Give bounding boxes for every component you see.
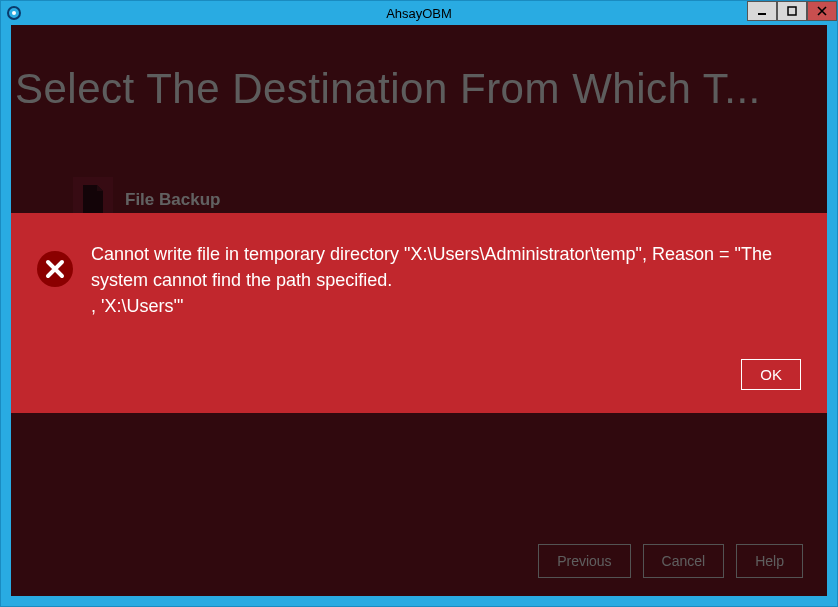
svg-point-1 — [12, 11, 16, 15]
app-icon — [5, 4, 23, 22]
window-title: AhsayOBM — [1, 6, 837, 21]
window-controls — [747, 1, 837, 21]
error-message-line2: , 'X:\Users'" — [91, 293, 801, 319]
close-button[interactable] — [807, 1, 837, 21]
error-icon — [37, 251, 73, 287]
svg-rect-2 — [758, 13, 766, 15]
error-message: Cannot write file in temporary directory… — [91, 241, 801, 319]
content-area: Select The Destination From Which T... F… — [11, 25, 827, 596]
minimize-button[interactable] — [747, 1, 777, 21]
app-window: AhsayOBM Select The Destination From Whi… — [0, 0, 838, 607]
svg-rect-3 — [788, 7, 796, 15]
error-message-line1: Cannot write file in temporary directory… — [91, 244, 772, 290]
ok-button[interactable]: OK — [741, 359, 801, 390]
error-dialog: Cannot write file in temporary directory… — [11, 213, 827, 413]
titlebar: AhsayOBM — [1, 1, 837, 25]
maximize-button[interactable] — [777, 1, 807, 21]
